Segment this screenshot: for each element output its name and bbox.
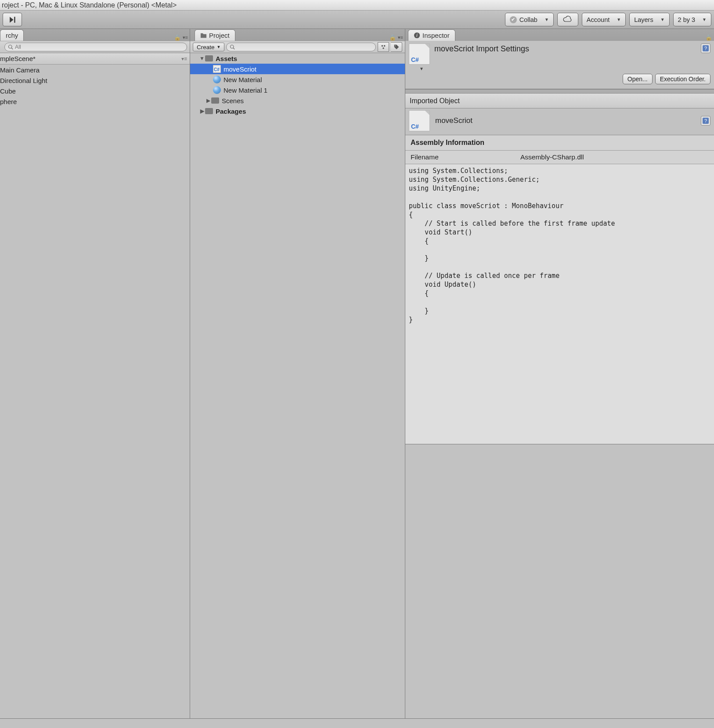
scene-menu-icon[interactable]: ▾≡ (181, 56, 187, 62)
folder-icon (211, 97, 219, 104)
svg-text:?: ? (704, 46, 707, 51)
hierarchy-item-label: Directional Light (0, 77, 47, 84)
inspector-tab-label: Inspector (422, 32, 450, 39)
window-title-bar: roject - PC, Mac & Linux Standalone (Per… (0, 0, 714, 11)
svg-point-1 (231, 45, 234, 49)
project-body[interactable]: ▼ Assets C# moveScriot New Material (190, 53, 405, 718)
hierarchy-item[interactable]: phere (0, 96, 190, 107)
disclosure-open-icon: ▼ (199, 55, 205, 61)
filter-by-label-button[interactable] (391, 42, 402, 52)
lock-icon[interactable]: 🔒 (389, 34, 396, 41)
project-tab[interactable]: Project (195, 29, 235, 41)
project-item[interactable]: New Material (190, 74, 405, 85)
body: rchy 🔒 ▾≡ All mpleScene* ▾≡ Ma (0, 29, 714, 718)
inspector-header: C# ▼ moveScriot Import Settings ? Open..… (405, 41, 714, 89)
hierarchy-subbar: All (0, 41, 190, 53)
assembly-info-header: Assembly Information (405, 135, 714, 151)
chevron-down-icon: ▼ (545, 17, 549, 22)
inspector-empty-area (405, 444, 714, 719)
scene-row[interactable]: mpleScene* ▾≡ (0, 53, 190, 65)
layers-button[interactable]: Layers ▼ (629, 13, 669, 26)
chevron-down-icon: ▼ (617, 17, 621, 22)
help-button[interactable]: ? (701, 43, 710, 53)
filename-row: Filename Assembly-CSharp.dll (405, 151, 714, 164)
top-toolbar: ✔ Collab ▼ Account ▼ Layers ▼ 2 by 3 ▼ (0, 11, 714, 29)
layout-button[interactable]: 2 by 3 ▼ (673, 13, 711, 26)
cloud-button[interactable] (557, 13, 578, 26)
panel-menu-icon[interactable]: ▾≡ (183, 35, 188, 40)
exec-label: Execution Order. (660, 76, 706, 83)
svg-point-0 (9, 45, 12, 49)
script-source-preview[interactable]: using System.Collections; using System.C… (405, 164, 714, 444)
lock-icon[interactable]: 🔒 (174, 34, 181, 41)
material-icon (213, 86, 221, 94)
panel-menu-icon[interactable]: ▾≡ (398, 35, 403, 40)
chevron-down-icon[interactable]: ▼ (419, 66, 424, 71)
project-item-label: moveScriot (224, 65, 256, 73)
hierarchy-tab-strip: rchy 🔒 ▾≡ (0, 29, 190, 41)
hierarchy-item[interactable]: Cube (0, 86, 190, 96)
hierarchy-body[interactable]: mpleScene* ▾≡ Main Camera Directional Li… (0, 53, 190, 718)
open-button[interactable]: Open... (623, 74, 653, 84)
execution-order-button[interactable]: Execution Order. (655, 74, 710, 84)
play-step-button[interactable] (3, 13, 22, 26)
project-item[interactable]: ▶ Scenes (190, 95, 405, 106)
hierarchy-search[interactable]: All (4, 43, 187, 51)
project-item-label: New Material (224, 76, 262, 83)
filter-by-type-button[interactable] (378, 42, 389, 52)
hierarchy-item[interactable]: Directional Light (0, 75, 190, 86)
assets-folder-row[interactable]: ▼ Assets (190, 53, 405, 64)
hierarchy-item-label: Main Camera (0, 66, 40, 74)
project-item-label: New Material 1 (224, 86, 267, 94)
chevron-down-icon: ▼ (702, 17, 707, 22)
hierarchy-tab[interactable]: rchy (0, 29, 24, 41)
scene-name: mpleScene* (0, 55, 36, 62)
csharp-script-icon: C# (213, 65, 221, 73)
inspector-tab[interactable]: i Inspector (408, 29, 455, 41)
svg-point-2 (382, 45, 383, 47)
chevron-down-icon: ▼ (217, 45, 221, 49)
imported-object-label: Imported Object (410, 97, 460, 105)
help-icon: ? (702, 45, 709, 52)
hierarchy-item[interactable]: Main Camera (0, 65, 190, 75)
svg-point-5 (395, 46, 396, 47)
imported-object-row: C# moveScriot ? (405, 108, 714, 135)
imported-object-header: Imported Object (405, 94, 714, 108)
hierarchy-tab-label: rchy (6, 32, 18, 39)
project-item[interactable]: C# moveScriot (190, 64, 405, 74)
collab-button[interactable]: ✔ Collab ▼ (505, 13, 554, 26)
csharp-script-icon: C# (409, 43, 430, 65)
folder-label: Packages (216, 108, 246, 115)
svg-point-3 (384, 45, 386, 47)
hierarchy-item-label: Cube (0, 87, 16, 95)
collab-label: Collab (519, 16, 537, 23)
assembly-info-label: Assembly Information (411, 139, 484, 146)
app-root: roject - PC, Mac & Linux Standalone (Per… (0, 0, 714, 728)
playback-cluster (3, 13, 24, 26)
help-button[interactable]: ? (701, 116, 710, 126)
account-button[interactable]: Account ▼ (582, 13, 626, 26)
svg-text:?: ? (704, 118, 707, 123)
object-name: moveScriot (435, 116, 472, 125)
folder-icon (205, 108, 213, 114)
project-item-label: Scenes (222, 97, 244, 105)
status-bar (0, 718, 714, 728)
folder-label: Assets (216, 55, 237, 62)
packages-folder-row[interactable]: ▶ Packages (190, 106, 405, 116)
chevron-down-icon: ▼ (660, 17, 665, 22)
project-item[interactable]: New Material 1 (190, 85, 405, 95)
lock-icon[interactable]: 🔒 (705, 34, 712, 41)
layout-label: 2 by 3 (678, 16, 696, 23)
svg-point-4 (382, 47, 384, 49)
check-icon: ✔ (510, 16, 517, 23)
open-label: Open... (627, 76, 648, 83)
project-search[interactable] (226, 43, 376, 51)
create-label: Create (197, 44, 215, 50)
layers-label: Layers (634, 16, 653, 23)
help-icon: ? (702, 117, 709, 124)
project-create-button[interactable]: Create ▼ (193, 43, 224, 51)
cloud-icon (563, 16, 573, 23)
folder-icon (205, 55, 213, 61)
info-icon: i (414, 32, 420, 39)
csharp-script-icon: C# (409, 110, 430, 131)
